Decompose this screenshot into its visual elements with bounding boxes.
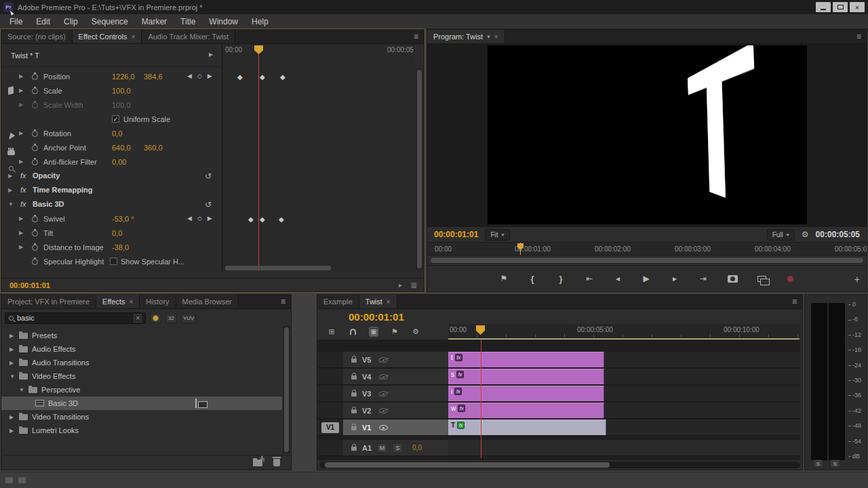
zoom-scrollbar[interactable] <box>431 258 863 263</box>
next-keyframe-icon[interactable]: ▶ <box>208 73 212 79</box>
linked-selection-icon[interactable]: ▣ <box>369 327 378 337</box>
twirl-icon[interactable]: ▶ <box>9 346 15 352</box>
menu-window[interactable]: Window <box>202 17 245 26</box>
stopwatch-icon[interactable] <box>32 131 38 137</box>
panel-menu-icon[interactable]: ≡ <box>851 30 867 43</box>
tab-project[interactable]: Project: VFX in Premiere <box>1 295 96 308</box>
value[interactable]: 1226,0 <box>112 73 135 81</box>
eye-icon[interactable] <box>379 425 388 430</box>
tree-item-lumetri-looks[interactable]: ▶ Lumetri Looks <box>1 424 282 437</box>
reset-effect-icon[interactable]: ↺ <box>205 200 212 209</box>
tree-item-audio-transitions[interactable]: ▶ Audio Transitions <box>1 356 282 369</box>
menu-title[interactable]: Title <box>174 17 202 26</box>
go-to-out-button[interactable]: ⇥ <box>699 274 708 283</box>
tab-example[interactable]: Example <box>317 295 359 308</box>
value[interactable]: 0,0 <box>112 129 122 138</box>
stopwatch-icon[interactable] <box>32 74 38 80</box>
menu-help[interactable]: Help <box>245 17 275 26</box>
value[interactable]: 0,0 <box>112 229 122 237</box>
scroll-thumb[interactable] <box>284 327 289 452</box>
playback-resolution-select[interactable]: Full ▾ <box>767 229 795 241</box>
menu-sequence[interactable]: Sequence <box>85 17 135 26</box>
playhead[interactable] <box>254 45 263 54</box>
track-content[interactable]: i fx <box>448 386 800 402</box>
tree-item-perspective[interactable]: ▼ Perspective <box>1 383 282 396</box>
status-icon-a[interactable] <box>5 477 13 483</box>
snap-magnet-icon[interactable] <box>348 327 357 337</box>
tab-history[interactable]: History <box>140 295 176 308</box>
yuv-effects-badge[interactable]: YUV <box>181 313 196 323</box>
mark-out-button[interactable]: } <box>557 274 566 284</box>
settings-wrench-icon[interactable]: ⚙ <box>802 230 809 239</box>
stopwatch-icon[interactable] <box>32 259 38 265</box>
tree-item-video-transitions[interactable]: ▶ Video Transitions <box>1 410 282 424</box>
lock-icon[interactable] <box>351 426 357 430</box>
lock-icon[interactable] <box>351 447 357 451</box>
track-content[interactable]: t fx <box>448 352 800 368</box>
v-scrollbar[interactable] <box>283 326 290 453</box>
audio-track-content[interactable] <box>448 440 800 456</box>
search-input[interactable] <box>17 314 130 322</box>
source-patch[interactable]: V1 <box>317 420 343 436</box>
eye-icon[interactable] <box>379 374 388 380</box>
ec-timecode[interactable]: 00:00:01:01 <box>9 281 50 289</box>
step-back-button[interactable]: ◂ <box>614 274 623 283</box>
twirl-icon[interactable]: ▶ <box>19 73 23 79</box>
stopwatch-icon[interactable] <box>32 230 38 237</box>
scroll-thumb[interactable] <box>417 70 422 268</box>
lock-icon[interactable] <box>351 409 357 413</box>
twirl-icon[interactable]: ▼ <box>9 373 15 380</box>
keyframe-icon[interactable]: ◆ <box>280 73 285 81</box>
add-marker-icon[interactable]: ⚑ <box>390 327 399 337</box>
close-tab-icon[interactable]: × <box>494 33 498 41</box>
add-keyframe-icon[interactable]: ◇ <box>197 215 202 222</box>
add-keyframe-icon[interactable]: ◇ <box>197 73 202 79</box>
delete-icon[interactable] <box>273 459 280 466</box>
prev-keyframe-icon[interactable]: ◀ <box>187 73 192 79</box>
effect-group-name[interactable]: Basic 3D <box>33 200 64 208</box>
program-ruler[interactable]: 00:00 00:00:01:00 00:00:02:00 00:00:03:0… <box>427 242 867 256</box>
clip[interactable]: i fx <box>448 386 604 401</box>
h-scrollbar[interactable] <box>225 266 331 270</box>
reset-effect-icon[interactable]: ↺ <box>205 171 212 181</box>
twirl-icon[interactable]: ▶ <box>19 102 23 108</box>
effect-group-name[interactable]: Opacity <box>33 171 60 180</box>
play-button[interactable]: ▶ <box>642 274 651 283</box>
new-bin-icon[interactable] <box>253 460 262 466</box>
twirl-icon[interactable]: ▶ <box>19 130 23 136</box>
timeline-timecode[interactable]: 00:00:01:01 <box>349 311 404 323</box>
twirl-icon[interactable]: ▶ <box>9 414 15 420</box>
keyframe-icon[interactable]: ◆ <box>248 216 254 223</box>
close-tab-icon[interactable]: × <box>132 33 136 41</box>
timeline-ruler[interactable]: 00:00 00:00:05:00 00:00:10:00 <box>448 324 800 338</box>
next-keyframe-icon[interactable]: ▶ <box>208 215 212 222</box>
clip[interactable]: t fx <box>448 352 604 367</box>
twirl-icon[interactable]: ▶ <box>9 360 15 366</box>
stopwatch-icon[interactable] <box>32 245 38 251</box>
tab-dropdown-icon[interactable]: ▾ <box>487 33 490 40</box>
solo-right-button[interactable]: S <box>830 460 840 468</box>
track-volume[interactable]: 0,0 <box>412 444 422 451</box>
add-marker-button[interactable]: ⚑ <box>500 274 509 283</box>
step-forward-button[interactable]: ▸ <box>671 274 679 283</box>
program-screen[interactable]: T <box>488 45 807 224</box>
twirl-icon[interactable]: ▼ <box>19 387 24 393</box>
panel-menu-icon[interactable]: ≡ <box>408 30 424 43</box>
panel-menu-icon[interactable]: ≡ <box>787 295 802 308</box>
twirl-icon[interactable]: ▶ <box>19 159 23 165</box>
eye-icon[interactable] <box>379 408 388 413</box>
mute-button[interactable]: M <box>377 443 387 453</box>
tab-program[interactable]: Program: Twist ▾ × <box>427 30 505 43</box>
track-name[interactable]: V2 <box>362 407 371 415</box>
lock-icon[interactable] <box>351 375 357 380</box>
tree-item-audio-effects[interactable]: ▶ Audio Effects <box>1 342 282 356</box>
source-patch-v1[interactable]: V1 <box>321 422 339 433</box>
value[interactable]: 0,00 <box>112 158 126 166</box>
32bit-color-badge[interactable]: 32 <box>165 313 177 323</box>
solo-left-button[interactable]: S <box>813 460 823 468</box>
keyframe-icon[interactable]: ◆ <box>260 216 265 223</box>
clear-search-icon[interactable]: × <box>134 314 142 323</box>
track-content[interactable]: w fx <box>448 403 800 419</box>
uniform-scale-checkbox[interactable]: ✓ <box>112 115 119 123</box>
twirl-icon[interactable]: ▶ <box>19 244 23 250</box>
